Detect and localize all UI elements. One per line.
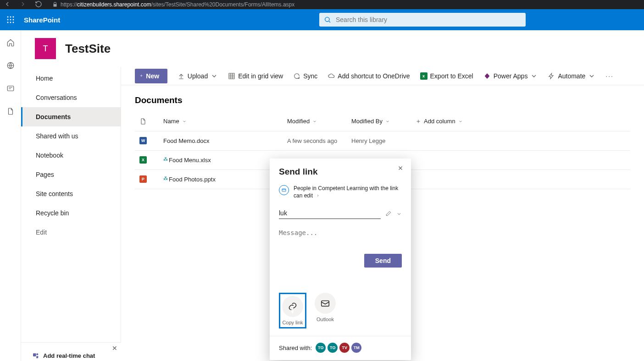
file-name-cell[interactable]: ⁂Food Menu.xlsx: [159, 150, 283, 170]
chevron-down-icon: [312, 119, 317, 124]
add-shortcut-button[interactable]: Add shortcut to OneDrive: [328, 72, 410, 80]
nav-item-pages[interactable]: Pages: [21, 165, 121, 184]
sync-icon: [293, 72, 300, 80]
outlook-icon: [320, 298, 330, 308]
file-name-cell[interactable]: ⁂Food Photos.pptx: [159, 170, 283, 189]
svg-rect-20: [322, 301, 329, 306]
powerapps-icon: [483, 72, 491, 80]
more-button[interactable]: ···: [605, 72, 614, 80]
upload-button[interactable]: Upload: [178, 72, 218, 80]
svg-point-5: [13, 19, 14, 21]
svg-rect-19: [282, 189, 286, 191]
nav-reload-icon[interactable]: [35, 0, 42, 9]
svg-text:X: X: [142, 158, 144, 163]
search-box[interactable]: [319, 13, 526, 27]
outlook-button[interactable]: Outlook: [315, 293, 336, 328]
edit-grid-button[interactable]: Edit in grid view: [228, 72, 283, 80]
recipient-input[interactable]: [279, 209, 381, 219]
shared-avatar[interactable]: TV: [339, 343, 350, 353]
pencil-icon[interactable]: [385, 210, 392, 219]
svg-text:P: P: [142, 177, 144, 182]
ppt-file-icon: P: [139, 175, 147, 183]
shared-with-label: Shared with:: [279, 345, 312, 351]
chevron-right-icon: [316, 194, 320, 197]
svg-point-1: [10, 16, 11, 18]
svg-point-8: [13, 22, 14, 23]
nav-item-notebook[interactable]: Notebook: [21, 146, 121, 165]
search-input[interactable]: [336, 16, 521, 23]
close-dialog-button[interactable]: [397, 165, 404, 173]
site-logo[interactable]: T: [35, 38, 56, 59]
chevron-down-icon: [530, 72, 538, 80]
excel-icon: x: [420, 72, 427, 80]
suite-brand[interactable]: SharePoint: [21, 16, 60, 24]
chevron-down-icon: [385, 119, 390, 124]
excel-file-icon: X: [139, 156, 147, 164]
promo-title: Add real-time chat: [43, 352, 95, 359]
nav-forward-icon[interactable]: [19, 0, 27, 9]
svg-rect-21: [33, 353, 36, 356]
page-title: Documents: [121, 85, 644, 112]
automate-icon: [548, 72, 555, 80]
svg-point-4: [10, 19, 11, 21]
link-icon: [288, 301, 298, 312]
grid-icon: [228, 72, 235, 80]
site-title[interactable]: TestSite: [65, 42, 111, 56]
nav-item-recycle-bin[interactable]: Recycle bin: [21, 203, 121, 223]
dialog-title: Send link: [279, 167, 402, 177]
nav-edit-link[interactable]: Edit: [21, 223, 121, 242]
file-name-cell[interactable]: Food Memo.docx: [159, 131, 283, 150]
chevron-down-icon: [588, 72, 595, 80]
svg-text:W: W: [141, 139, 145, 143]
message-input[interactable]: [279, 229, 402, 252]
modified-by-cell: Henry Legge: [347, 131, 411, 150]
rail-news-icon[interactable]: [6, 84, 15, 94]
onedrive-shortcut-icon: [328, 72, 335, 80]
teams-promo: ✕ Add real-time chat: [21, 342, 121, 361]
link-settings-button[interactable]: People in Competent Learning with the li…: [279, 185, 402, 199]
nav-item-site-contents[interactable]: Site contents: [21, 184, 121, 203]
chevron-down-icon: [458, 119, 463, 124]
upload-icon: [178, 72, 185, 80]
app-launcher-icon[interactable]: [0, 9, 21, 30]
new-button[interactable]: New: [135, 69, 167, 83]
close-icon: [397, 165, 404, 171]
shared-avatar[interactable]: TO: [316, 343, 326, 353]
nav-back-icon[interactable]: [4, 0, 11, 9]
rail-files-icon[interactable]: [6, 107, 15, 117]
side-navigation: HomeConversationsDocumentsShared with us…: [21, 67, 121, 361]
chevron-down-icon[interactable]: [396, 210, 402, 219]
export-excel-button[interactable]: x Export to Excel: [420, 72, 473, 80]
chevron-down-icon: [182, 119, 187, 124]
nav-item-shared-with-us[interactable]: Shared with us: [21, 126, 121, 146]
svg-rect-12: [229, 73, 234, 79]
nav-item-home[interactable]: Home: [21, 69, 121, 88]
svg-point-22: [36, 353, 38, 355]
table-row[interactable]: WFood Memo.docxA few seconds agoHenry Le…: [135, 131, 630, 150]
col-modifiedby-header[interactable]: Modified By: [347, 112, 411, 131]
lock-icon: [52, 2, 58, 7]
add-column-button[interactable]: Add column: [411, 112, 630, 131]
svg-point-7: [10, 22, 11, 23]
shared-avatar[interactable]: TM: [351, 343, 361, 353]
sync-button[interactable]: Sync: [293, 72, 317, 80]
svg-rect-11: [7, 86, 14, 91]
send-button[interactable]: Send: [364, 254, 402, 268]
rail-globe-icon[interactable]: [6, 61, 15, 71]
plus-icon: [416, 119, 421, 124]
search-icon: [324, 16, 331, 23]
file-type-header-icon[interactable]: [139, 118, 147, 125]
col-name-header[interactable]: Name: [159, 112, 283, 131]
browser-url[interactable]: https://citizenbuilders.sharepoint.com/s…: [61, 1, 294, 8]
col-modified-header[interactable]: Modified: [283, 112, 347, 131]
teams-icon: [32, 352, 39, 359]
nav-item-conversations[interactable]: Conversations: [21, 88, 121, 107]
copy-link-button[interactable]: Copy link: [279, 293, 306, 328]
power-apps-button[interactable]: Power Apps: [483, 72, 538, 80]
chevron-down-icon: [211, 72, 218, 80]
automate-button[interactable]: Automate: [548, 72, 595, 80]
shared-avatar[interactable]: TO: [328, 343, 338, 353]
rail-home-icon[interactable]: [6, 38, 15, 49]
nav-item-documents[interactable]: Documents: [21, 107, 121, 126]
close-promo-button[interactable]: ✕: [112, 345, 117, 352]
